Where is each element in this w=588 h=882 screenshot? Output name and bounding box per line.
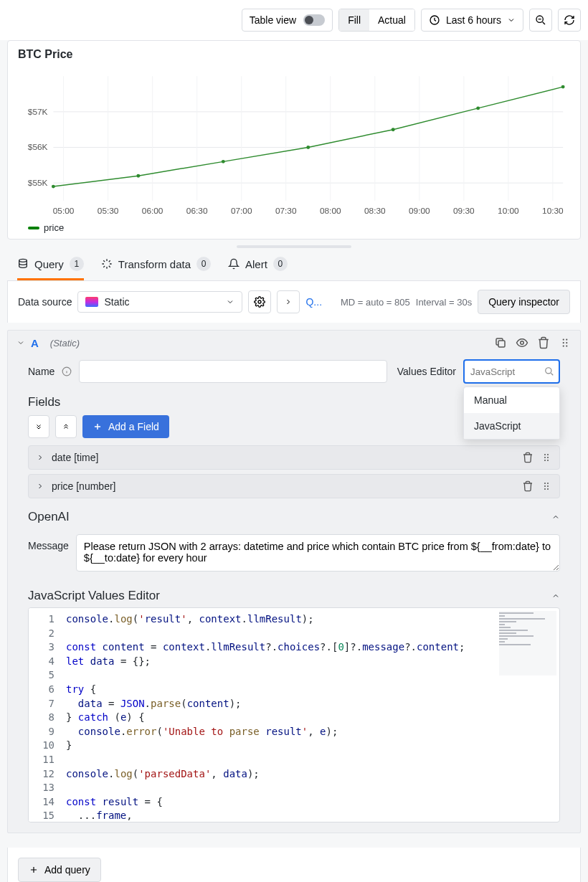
message-label: Message xyxy=(28,534,69,551)
eye-icon[interactable] xyxy=(516,336,528,349)
datasource-select[interactable]: Static xyxy=(77,291,242,313)
chart-container: $55K$56K$57K05:0005:3006:0006:3007:0007:… xyxy=(18,68,570,233)
query-inspector-button[interactable]: Query inspector xyxy=(478,290,570,314)
duplicate-icon[interactable] xyxy=(494,336,507,349)
fill-actual-segment: Fill Actual xyxy=(338,9,415,32)
svg-point-57 xyxy=(544,483,546,484)
svg-point-32 xyxy=(52,185,55,189)
svg-point-51 xyxy=(544,454,546,455)
refresh-icon xyxy=(564,14,575,26)
field-label: price [number] xyxy=(52,480,115,492)
drag-handle-icon[interactable] xyxy=(541,452,552,463)
svg-point-59 xyxy=(544,485,546,487)
message-textarea[interactable] xyxy=(76,534,560,572)
field-row[interactable]: date [time] xyxy=(28,445,560,470)
panel-title: BTC Price xyxy=(18,48,570,61)
transform-icon xyxy=(101,258,113,270)
drag-handle-icon[interactable] xyxy=(541,480,552,492)
svg-point-33 xyxy=(136,174,140,178)
add-query-label: Add query xyxy=(44,864,90,876)
svg-text:$55K: $55K xyxy=(28,178,48,188)
query-letter: A xyxy=(31,337,39,349)
chevron-down-icon[interactable] xyxy=(16,338,25,347)
svg-text:08:30: 08:30 xyxy=(364,206,386,216)
drag-handle-icon[interactable] xyxy=(559,336,572,349)
datasource-label: Data source xyxy=(18,296,72,308)
svg-point-44 xyxy=(566,338,567,340)
expand-all-button[interactable] xyxy=(28,415,49,438)
code-editor[interactable]: 12345678910111213141516 console.log('res… xyxy=(28,607,560,822)
refresh-button[interactable] xyxy=(558,9,581,32)
dropdown-option-manual[interactable]: Manual xyxy=(464,387,559,413)
datasource-selected: Static xyxy=(104,296,129,308)
gear-icon xyxy=(254,296,265,308)
dropdown-option-javascript[interactable]: JavaScript xyxy=(464,413,559,439)
openai-title: OpenAI xyxy=(28,510,70,524)
zoom-out-button[interactable] xyxy=(529,9,552,32)
svg-text:$56K: $56K xyxy=(28,142,48,152)
svg-point-52 xyxy=(547,454,549,455)
tab-query[interactable]: Query 1 xyxy=(17,248,84,280)
svg-point-48 xyxy=(566,345,567,346)
query-name-input[interactable] xyxy=(79,360,387,383)
field-row[interactable]: price [number] xyxy=(28,474,560,498)
zoom-out-icon xyxy=(535,14,546,26)
chevron-down-icon xyxy=(507,16,516,24)
svg-text:06:00: 06:00 xyxy=(142,206,163,216)
svg-text:07:30: 07:30 xyxy=(275,206,297,216)
datasource-logo-icon xyxy=(85,297,98,307)
svg-text:10:30: 10:30 xyxy=(542,206,564,216)
time-range-picker[interactable]: Last 6 hours xyxy=(421,9,523,32)
trash-icon[interactable] xyxy=(522,452,534,463)
tab-alert-count: 0 xyxy=(273,257,288,271)
svg-point-36 xyxy=(392,128,395,131)
svg-text:06:30: 06:30 xyxy=(186,206,208,216)
values-editor-select[interactable] xyxy=(463,359,560,384)
svg-point-45 xyxy=(563,342,564,343)
tab-query-label: Query xyxy=(34,258,64,270)
svg-text:07:00: 07:00 xyxy=(231,206,252,216)
svg-point-43 xyxy=(563,338,564,340)
svg-text:$57K: $57K xyxy=(28,107,48,117)
js-editor-header[interactable]: JavaScript Values Editor xyxy=(8,582,580,607)
add-field-label: Add a Field xyxy=(108,421,159,432)
query-breadcrumb[interactable]: Q... xyxy=(305,296,322,308)
openai-section-header[interactable]: OpenAI xyxy=(8,503,580,528)
chevron-down-icon xyxy=(226,298,234,306)
tab-transform-count: 0 xyxy=(196,257,211,271)
fill-button[interactable]: Fill xyxy=(339,9,369,31)
svg-point-62 xyxy=(547,488,549,490)
actual-button[interactable]: Actual xyxy=(369,9,414,31)
trash-icon[interactable] xyxy=(537,336,550,349)
tab-transform[interactable]: Transform data 0 xyxy=(101,248,211,280)
svg-text:09:00: 09:00 xyxy=(409,206,430,216)
values-editor-label: Values Editor xyxy=(397,366,456,377)
clock-icon xyxy=(429,14,440,26)
tab-transform-label: Transform data xyxy=(118,258,191,270)
table-view-toggle[interactable]: Table view xyxy=(242,9,333,32)
time-range-label: Last 6 hours xyxy=(446,14,501,26)
datasource-row: Data source Static Q... MD = auto = 805 … xyxy=(7,281,581,323)
legend-label: price xyxy=(44,222,64,233)
info-icon xyxy=(62,366,72,376)
tab-alert[interactable]: Alert 0 xyxy=(228,248,288,280)
chart-panel: BTC Price $55K$56K$57K05:0005:3006:0006:… xyxy=(7,40,581,240)
editor-minimap[interactable] xyxy=(499,611,556,675)
price-chart[interactable]: $55K$56K$57K05:0005:3006:0006:3007:0007:… xyxy=(18,68,570,219)
query-name-row: Name Values Editor Manual JavaScript xyxy=(8,355,580,391)
editor-tabs: Query 1 Transform data 0 Alert 0 xyxy=(7,248,581,281)
svg-point-53 xyxy=(544,457,546,458)
name-label: Name xyxy=(28,366,54,377)
chevrons-down-icon xyxy=(34,422,43,431)
trash-icon[interactable] xyxy=(522,480,534,492)
svg-point-60 xyxy=(547,485,549,487)
svg-point-35 xyxy=(306,146,310,149)
svg-point-56 xyxy=(547,460,549,461)
datasource-settings-button[interactable] xyxy=(248,290,271,313)
collapse-all-button[interactable] xyxy=(55,415,77,438)
add-field-button[interactable]: Add a Field xyxy=(82,415,169,438)
svg-point-34 xyxy=(222,160,225,163)
chevron-right-icon xyxy=(36,482,44,490)
breadcrumb-chevron[interactable] xyxy=(277,290,300,313)
add-query-button[interactable]: Add query xyxy=(18,858,101,882)
